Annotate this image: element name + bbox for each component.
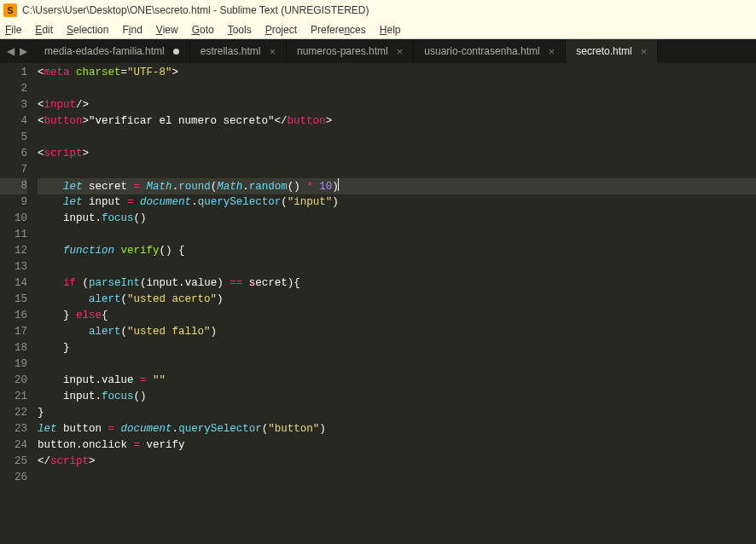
- line-number: 21: [0, 389, 27, 405]
- line-number: 9: [0, 194, 27, 211]
- tab-label: usuario-contrasenha.html: [424, 45, 539, 57]
- title-bar: S C:\Users\User\Desktop\ONE\secreto.html…: [0, 0, 756, 20]
- code-line[interactable]: } else{: [38, 308, 756, 324]
- line-number: 11: [0, 227, 27, 243]
- code-line[interactable]: [38, 162, 756, 178]
- tab-label: numeros-pares.html: [297, 45, 388, 57]
- line-number: 2: [0, 81, 27, 97]
- code-line[interactable]: alert("usted acerto"): [38, 292, 756, 308]
- line-number: 23: [0, 421, 27, 437]
- menu-find[interactable]: Find: [122, 24, 142, 36]
- tab-close-icon[interactable]: ×: [269, 45, 276, 58]
- code-line[interactable]: <button>"verificar el numero secreto"</b…: [38, 113, 756, 130]
- code-line[interactable]: if (parseInt(input.value) == secret){: [38, 275, 756, 292]
- line-number: 10: [0, 211, 27, 227]
- code-line[interactable]: input.focus(): [38, 211, 756, 227]
- line-number: 13: [0, 259, 27, 275]
- menu-edit[interactable]: Edit: [35, 24, 53, 36]
- code-line[interactable]: input.focus(): [38, 389, 756, 405]
- menu-preferences[interactable]: Preferences: [311, 24, 366, 36]
- code-line[interactable]: let button = document.querySelector("but…: [38, 421, 756, 437]
- line-number: 1: [0, 65, 27, 81]
- line-number: 18: [0, 340, 27, 356]
- code-line[interactable]: [38, 259, 756, 275]
- code-content[interactable]: <meta charset="UTF-8"> <input/><button>"…: [38, 63, 756, 544]
- tab-numeros-pares-html[interactable]: numeros-pares.html×: [287, 39, 414, 63]
- tab-nav-left-icon[interactable]: ◀: [7, 45, 15, 57]
- tab-label: media-edades-familia.html: [44, 45, 165, 57]
- tab-usuario-contrasenha-html[interactable]: usuario-contrasenha.html×: [414, 39, 566, 63]
- code-line[interactable]: </script>: [38, 454, 756, 470]
- tab-nav-right-icon[interactable]: ▶: [20, 45, 27, 57]
- tab-nav: ◀ ▶: [0, 39, 34, 63]
- tab-close-icon[interactable]: ×: [397, 45, 404, 58]
- tab-media-edades-familia-html[interactable]: media-edades-familia.html: [34, 39, 190, 63]
- line-gutter: 1234567891011121314151617181920212223242…: [0, 63, 38, 544]
- line-number: 8: [0, 178, 27, 194]
- code-line[interactable]: [38, 470, 756, 486]
- menu-help[interactable]: Help: [380, 24, 401, 36]
- code-line[interactable]: let input = document.querySelector("inpu…: [38, 194, 756, 211]
- tab-close-icon[interactable]: ×: [549, 45, 555, 58]
- tab-dirty-icon: [173, 49, 179, 55]
- tab-bar: ◀ ▶ media-edades-familia.htmlestrellas.h…: [0, 39, 756, 63]
- code-line[interactable]: <meta charset="UTF-8">: [38, 65, 756, 81]
- menu-view[interactable]: View: [156, 24, 178, 36]
- code-line[interactable]: button.onclick = verify: [38, 437, 756, 454]
- tab-secreto-html[interactable]: secreto.html×: [566, 39, 658, 63]
- line-number: 4: [0, 113, 27, 130]
- line-number: 15: [0, 292, 27, 308]
- code-line[interactable]: let secret = Math.round(Math.random() * …: [38, 178, 756, 194]
- editor-area[interactable]: 1234567891011121314151617181920212223242…: [0, 63, 756, 544]
- code-line[interactable]: [38, 227, 756, 243]
- line-number: 17: [0, 324, 27, 340]
- line-number: 14: [0, 275, 27, 292]
- code-line[interactable]: [38, 81, 756, 97]
- line-number: 3: [0, 97, 27, 113]
- app-logo-icon: S: [3, 3, 17, 17]
- tab-label: secreto.html: [576, 45, 631, 57]
- code-line[interactable]: <script>: [38, 146, 756, 162]
- code-line[interactable]: [38, 356, 756, 373]
- window-title: C:\Users\User\Desktop\ONE\secreto.html -…: [22, 4, 369, 16]
- line-number: 16: [0, 308, 27, 324]
- line-number: 6: [0, 146, 27, 162]
- line-number: 19: [0, 356, 27, 373]
- menu-bar: File Edit Selection Find View Goto Tools…: [0, 20, 756, 39]
- tab-close-icon[interactable]: ×: [641, 45, 648, 58]
- code-line[interactable]: <input/>: [38, 97, 756, 113]
- line-number: 26: [0, 470, 27, 486]
- code-line[interactable]: function verify() {: [38, 243, 756, 259]
- tab-estrellas-html[interactable]: estrellas.html×: [190, 39, 287, 63]
- line-number: 25: [0, 454, 27, 470]
- code-line[interactable]: }: [38, 405, 756, 421]
- menu-file[interactable]: File: [5, 24, 21, 36]
- code-line[interactable]: }: [38, 340, 756, 356]
- line-number: 12: [0, 243, 27, 259]
- line-number: 24: [0, 437, 27, 454]
- code-line[interactable]: alert("usted fallo"): [38, 324, 756, 340]
- code-line[interactable]: [38, 130, 756, 146]
- line-number: 7: [0, 162, 27, 178]
- code-line[interactable]: input.value = "": [38, 373, 756, 389]
- line-number: 5: [0, 130, 27, 146]
- line-number: 20: [0, 373, 27, 389]
- menu-goto[interactable]: Goto: [192, 24, 214, 36]
- menu-selection[interactable]: Selection: [67, 24, 108, 36]
- line-number: 22: [0, 405, 27, 421]
- menu-project[interactable]: Project: [265, 24, 297, 36]
- menu-tools[interactable]: Tools: [228, 24, 252, 36]
- tab-label: estrellas.html: [201, 45, 261, 57]
